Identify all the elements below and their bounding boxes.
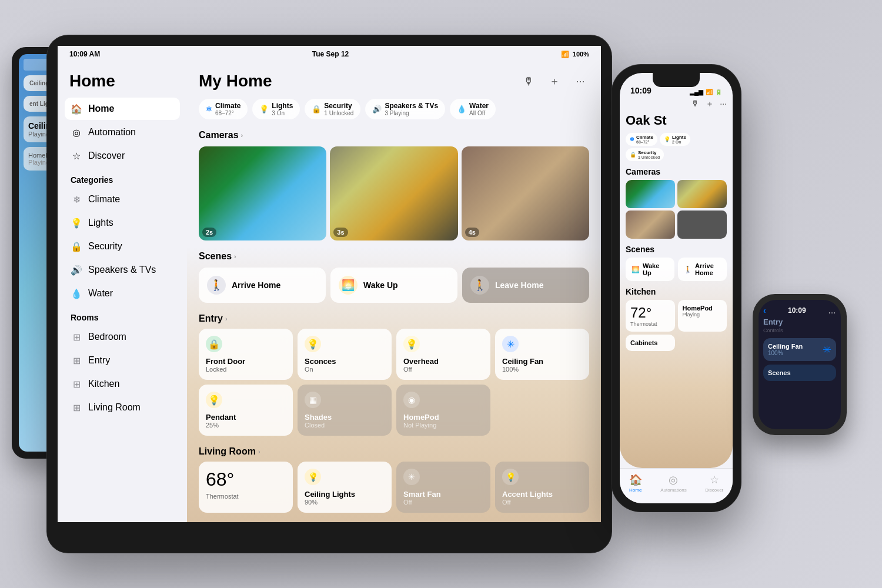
iphone-bottom-nav: 🏠 Home ◎ Automations ☆ Discover (620, 468, 733, 503)
sidebar-item-speakers[interactable]: 🔊 Speakers & TVs (65, 259, 180, 281)
watch-header: ‹ 10:09 … (763, 306, 836, 315)
bedroom-icon: ⊞ (71, 331, 82, 343)
camera-3[interactable]: 4s (462, 146, 589, 240)
watch-device-card[interactable]: Ceiling Fan 100% ✳ (763, 338, 836, 361)
iphone-add-button[interactable]: ＋ (706, 99, 714, 109)
wake-up-icon: 🌅 (339, 276, 358, 295)
device-homepod[interactable]: ◉ HomePod Not Playing (396, 385, 490, 436)
lock-icon: 🔒 (71, 240, 82, 252)
iphone-nav-auto-icon: ◎ (669, 473, 678, 486)
microphone-button[interactable]: 🎙 (520, 72, 537, 90)
sidebar-speakers-label: Speakers & TVs (88, 265, 156, 275)
device-sconces[interactable]: 💡 Sconces On (298, 329, 392, 380)
living-smart-fan[interactable]: ✳ Smart Fan Off (396, 462, 490, 513)
ceiling-fan-name: Ceiling Fan (502, 357, 582, 366)
iphone-scene-wakeup[interactable]: 🌅 Wake Up (626, 258, 674, 281)
sidebar-item-home[interactable]: 🏠 Home (65, 98, 180, 120)
living-temp-label: Thermostat (206, 493, 286, 500)
device-ceiling-fan[interactable]: ✳ Ceiling Fan 100% (495, 329, 589, 380)
iphone-pill-security[interactable]: 🔒 Security 1 Unlocked (626, 148, 664, 161)
iphone-mic-button[interactable]: 🎙 (691, 99, 700, 109)
living-room-icon: ⊞ (71, 402, 82, 413)
iphone-cam4[interactable] (677, 211, 727, 239)
iphone-nav-home-icon: 🏠 (629, 473, 642, 486)
sidebar-item-water[interactable]: 💧 Water (65, 282, 180, 305)
pill-water[interactable]: 💧 Water All Off (450, 99, 496, 119)
smart-fan-name: Smart Fan (403, 490, 483, 499)
pendant-icon: 💡 (206, 392, 222, 408)
cameras-section-header[interactable]: Cameras › (199, 130, 589, 141)
sidebar-security-label: Security (88, 241, 122, 252)
cameras-chevron: › (241, 132, 243, 139)
more-button[interactable]: ··· (572, 72, 589, 90)
sidebar-item-kitchen[interactable]: ⊞ Kitchen (65, 373, 180, 395)
iphone-nav-home-label: Home (629, 487, 642, 493)
iphone-scenes-title: Scenes (626, 245, 727, 254)
iphone-nav-home[interactable]: 🏠 Home (629, 473, 642, 493)
iphone-cam3[interactable] (626, 211, 675, 239)
overhead-name: Overhead (403, 357, 483, 366)
scene-leave-home[interactable]: 🚶 Leave Home (462, 268, 589, 303)
device-pendant[interactable]: 💡 Pendant 25% (199, 385, 293, 436)
watch-back-button[interactable]: ‹ (763, 306, 766, 315)
pill-climate[interactable]: ❄ Climate 68–72° (199, 99, 248, 119)
pill-lights[interactable]: 💡 Lights 3 On (252, 99, 300, 119)
front-door-icon: 🔒 (206, 336, 222, 352)
main-header: My Home 🎙 ＋ ··· (199, 72, 589, 91)
iphone-wifi: 📶 (706, 89, 713, 95)
iphone-pill-climate[interactable]: ❄ Climate 68–72° (626, 133, 657, 146)
iphone-scene-arrive[interactable]: 🚶 Arrive Home (678, 258, 727, 281)
device-shades[interactable]: ▦ Shades Closed (298, 385, 392, 436)
camera-1-label: 2s (202, 228, 216, 237)
scene-wake-up[interactable]: 🌅 Wake Up (330, 268, 457, 303)
main-panel: My Home 🎙 ＋ ··· ❄ Climate (187, 62, 601, 522)
iphone-kitchen-title: Kitchen (626, 287, 727, 296)
entry-section-header[interactable]: Entry › (199, 313, 589, 324)
iphone-cabinets[interactable]: Cabinets (626, 335, 675, 351)
scene-arrive-home[interactable]: 🚶 Arrive Home (199, 268, 326, 303)
living-temp-card[interactable]: 68° Thermostat (199, 462, 293, 513)
battery-indicator: 100% (573, 51, 589, 58)
iphone-cam2[interactable] (677, 180, 727, 208)
arrive-home-icon: 🚶 (207, 276, 226, 295)
pill-security[interactable]: 🔒 Security 1 Unlocked (305, 99, 360, 119)
living-accent-lights[interactable]: 💡 Accent Lights Off (495, 462, 589, 513)
shades-icon: ▦ (305, 392, 321, 408)
sidebar-item-automation[interactable]: ◎ Automation (65, 121, 180, 143)
iphone-thermostat[interactable]: 72° Thermostat (626, 300, 675, 332)
device-front-door[interactable]: 🔒 Front Door Locked (199, 329, 293, 380)
add-button[interactable]: ＋ (546, 72, 563, 90)
iphone-cam1[interactable] (626, 180, 675, 208)
scenes-chevron: › (234, 253, 236, 260)
iphone-homepod[interactable]: HomePod Playing (678, 300, 727, 332)
iphone-more-button[interactable]: ··· (720, 99, 727, 109)
iphone-thermostat-label: Thermostat (630, 321, 670, 327)
sidebar-item-entry[interactable]: ⊞ Entry (65, 349, 180, 372)
device-overhead[interactable]: 💡 Overhead Off (396, 329, 490, 380)
living-ceiling-lights[interactable]: 💡 Ceiling Lights 90% (298, 462, 392, 513)
pill-speakers[interactable]: 🔊 Speakers & TVs 3 Playing (365, 99, 445, 119)
iphone-arrive-label: Arrive Home (695, 262, 721, 276)
watch-device-val: 100% (768, 350, 803, 356)
ceiling-lights-name: Ceiling Lights (305, 490, 385, 499)
iphone-pill-lights[interactable]: 💡 Lights 2 On (660, 133, 690, 146)
shades-name: Shades (305, 413, 385, 422)
sidebar-item-climate[interactable]: ❄ Climate (65, 188, 180, 211)
sidebar-item-discover[interactable]: ☆ Discover (65, 145, 180, 167)
camera-1[interactable]: 2s (199, 146, 326, 240)
rooms-title: Rooms (65, 306, 180, 326)
camera-2[interactable]: 3s (330, 146, 457, 240)
sidebar-item-bedroom[interactable]: ⊞ Bedroom (65, 326, 180, 348)
iphone-nav-automations[interactable]: ◎ Automations (660, 473, 686, 493)
sconces-status: On (305, 366, 385, 373)
sidebar-item-lights[interactable]: 💡 Lights (65, 212, 180, 234)
iphone-cameras-grid (626, 180, 727, 239)
sidebar-item-security[interactable]: 🔒 Security (65, 235, 180, 258)
accent-lights-name: Accent Lights (502, 490, 582, 499)
scenes-section-header[interactable]: Scenes › (199, 251, 589, 262)
sidebar-item-living-room[interactable]: ⊞ Living Room (65, 396, 180, 419)
iphone-nav-discover[interactable]: ☆ Discover (705, 473, 723, 493)
living-section-header[interactable]: Living Room › (199, 446, 589, 457)
watch-more-button[interactable]: … (828, 306, 836, 315)
homepod-icon: ◉ (403, 392, 420, 408)
